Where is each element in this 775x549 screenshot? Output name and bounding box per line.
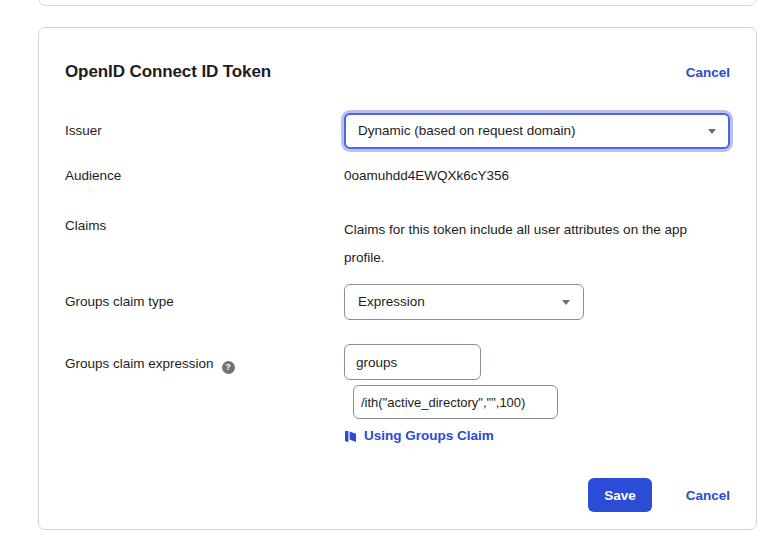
claims-label: Claims [65, 216, 344, 236]
save-button[interactable]: Save [588, 478, 652, 512]
openid-connect-id-token-card: OpenID Connect ID Token Cancel Issuer Dy… [38, 27, 757, 530]
groups-claim-name-input[interactable] [344, 344, 481, 380]
groups-claim-type-select-value: Expression [358, 292, 425, 312]
audience-label: Audience [65, 166, 344, 186]
footer-actions: Save Cancel [65, 478, 730, 512]
groups-claim-expression-label: Groups claim expression? [65, 344, 344, 374]
audience-value: 0oamuhdd4EWQXk6cY356 [344, 166, 730, 186]
issuer-row: Issuer Dynamic (based on request domain) [65, 113, 730, 149]
groups-claim-expression-cell: Using Groups Claim [344, 344, 730, 446]
issuer-select[interactable]: Dynamic (based on request domain) [344, 113, 730, 149]
cancel-link-top[interactable]: Cancel [686, 65, 730, 80]
issuer-value-cell: Dynamic (based on request domain) [344, 113, 730, 149]
claims-row: Claims Claims for this token include all… [65, 216, 730, 272]
help-question-icon[interactable]: ? [222, 361, 235, 374]
chevron-down-icon [708, 129, 716, 134]
card-header: OpenID Connect ID Token Cancel [65, 62, 730, 82]
groups-claim-type-cell: Expression [344, 284, 730, 320]
previous-card-bottom-edge [38, 0, 757, 6]
using-groups-claim-link[interactable]: Using Groups Claim [364, 426, 494, 446]
groups-claim-expression-input[interactable] [353, 385, 558, 419]
cancel-link-bottom[interactable]: Cancel [686, 488, 730, 503]
docs-link-row: Using Groups Claim [344, 426, 730, 446]
page-title: OpenID Connect ID Token [65, 62, 271, 82]
audience-row: Audience 0oamuhdd4EWQXk6cY356 [65, 166, 730, 186]
groups-claim-type-label: Groups claim type [65, 292, 344, 312]
groups-claim-type-row: Groups claim type Expression [65, 284, 730, 320]
issuer-select-value: Dynamic (based on request domain) [358, 121, 576, 141]
claims-description: Claims for this token include all user a… [344, 216, 730, 272]
issuer-label: Issuer [65, 121, 344, 141]
book-icon [344, 430, 357, 443]
groups-claim-expression-label-text: Groups claim expression [65, 356, 214, 371]
chevron-down-icon [562, 300, 570, 305]
groups-claim-expression-row: Groups claim expression? Using Groups Cl… [65, 344, 730, 446]
groups-claim-type-select[interactable]: Expression [344, 284, 584, 320]
